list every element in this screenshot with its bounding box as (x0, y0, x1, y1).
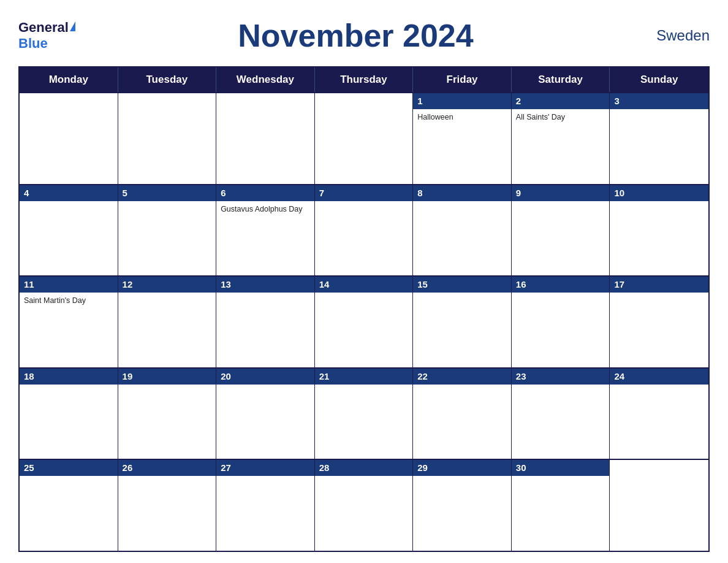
header-thursday: Thursday (315, 67, 414, 92)
day-cell (315, 93, 414, 184)
day-cell-4: 4 (20, 185, 118, 276)
day-cell-16: 16 (512, 277, 610, 367)
day-number: 2 (512, 93, 610, 109)
day-cell-15: 15 (413, 277, 512, 367)
week-row-5: 25 26 27 28 29 30 (20, 459, 708, 551)
day-number: 18 (20, 369, 118, 385)
day-number: 29 (413, 460, 511, 476)
day-cell-21: 21 (315, 369, 414, 459)
day-cell-5: 5 (118, 185, 217, 276)
day-cell-25: 25 (20, 460, 118, 551)
day-cell-22: 22 (413, 369, 512, 459)
day-cell-7: 7 (315, 185, 414, 276)
day-cell-6: 6 Gustavus Adolphus Day (216, 185, 315, 276)
weeks: 1 Halloween 2 All Saints' Day 3 4 5 (20, 92, 708, 551)
day-number: 3 (610, 93, 708, 109)
day-number: 24 (610, 369, 708, 385)
day-number: 4 (20, 185, 118, 201)
day-cell-18: 18 (20, 369, 118, 459)
logo-general-text: General (18, 20, 69, 36)
day-number: 16 (512, 277, 610, 293)
day-cell-1: 1 Halloween (413, 93, 512, 184)
day-number: 6 (216, 185, 314, 201)
day-cell-3: 3 (610, 93, 708, 184)
day-cell-28: 28 (315, 460, 414, 551)
header-wednesday: Wednesday (216, 67, 315, 92)
day-number: 25 (20, 460, 118, 476)
day-cell-17: 17 (610, 277, 708, 367)
week-row-1: 1 Halloween 2 All Saints' Day 3 (20, 92, 708, 184)
day-event: Halloween (413, 109, 511, 125)
day-number: 11 (20, 277, 118, 293)
day-number: 8 (413, 185, 511, 201)
day-number: 19 (118, 369, 216, 385)
page-title: November 2024 (238, 17, 473, 54)
day-event: Saint Martin's Day (20, 293, 118, 308)
day-cell-26: 26 (118, 460, 217, 551)
week-row-4: 18 19 20 21 22 23 24 (20, 367, 708, 459)
day-cell-23: 23 (512, 369, 610, 459)
day-cell (20, 93, 118, 184)
day-cell-30: 30 (512, 460, 610, 551)
header-monday: Monday (20, 67, 118, 92)
day-number: 27 (216, 460, 314, 476)
day-cell-19: 19 (118, 369, 217, 459)
day-cell-10: 10 (610, 185, 708, 276)
header-sunday: Sunday (610, 67, 708, 92)
day-number: 22 (413, 369, 511, 385)
day-cell (118, 93, 217, 184)
day-number: 30 (512, 460, 610, 476)
header-tuesday: Tuesday (118, 67, 217, 92)
day-cell-12: 12 (118, 277, 217, 367)
day-number: 21 (315, 369, 413, 385)
day-cell-29: 29 (413, 460, 512, 551)
day-number: 17 (610, 277, 708, 293)
day-number: 15 (413, 277, 511, 293)
page: General Blue November 2024 Sweden Monday… (0, 0, 728, 563)
day-cell-8: 8 (413, 185, 512, 276)
day-number: 14 (315, 277, 413, 293)
day-number: 5 (118, 185, 216, 201)
day-cell-27: 27 (216, 460, 315, 551)
day-number: 23 (512, 369, 610, 385)
day-number: 26 (118, 460, 216, 476)
logo-triangle-icon (70, 21, 75, 31)
day-cell-empty (610, 460, 708, 551)
day-number: 28 (315, 460, 413, 476)
day-number: 10 (610, 185, 708, 201)
day-cell-20: 20 (216, 369, 315, 459)
day-cell-24: 24 (610, 369, 708, 459)
week-row-2: 4 5 6 Gustavus Adolphus Day 7 8 9 (20, 184, 708, 276)
day-headers: Monday Tuesday Wednesday Thursday Friday… (20, 67, 708, 92)
day-number: 12 (118, 277, 216, 293)
logo-blue-text: Blue (18, 36, 48, 52)
day-number: 7 (315, 185, 413, 201)
header: General Blue November 2024 Sweden (18, 11, 710, 60)
week-row-3: 11 Saint Martin's Day 12 13 14 15 16 (20, 275, 708, 367)
day-cell-2: 2 All Saints' Day (512, 93, 610, 184)
day-cell-13: 13 (216, 277, 315, 367)
day-number: 20 (216, 369, 314, 385)
day-event: Gustavus Adolphus Day (216, 201, 314, 217)
day-event: All Saints' Day (512, 109, 610, 125)
day-number: 1 (413, 93, 511, 109)
header-saturday: Saturday (512, 67, 610, 92)
calendar: Monday Tuesday Wednesday Thursday Friday… (18, 66, 710, 552)
country-label: Sweden (636, 27, 710, 44)
day-number: 13 (216, 277, 314, 293)
day-cell (216, 93, 315, 184)
day-cell-9: 9 (512, 185, 610, 276)
day-cell-14: 14 (315, 277, 414, 367)
logo: General Blue (18, 20, 75, 52)
day-cell-11: 11 Saint Martin's Day (20, 277, 118, 367)
day-number: 9 (512, 185, 610, 201)
header-friday: Friday (413, 67, 512, 92)
